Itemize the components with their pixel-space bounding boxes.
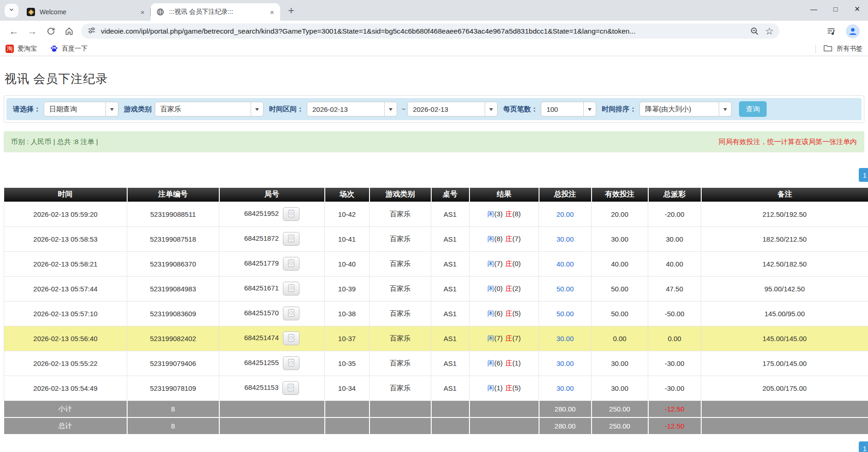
url-text: videoie.com/ipl/portal.php/game/betrecor… [101, 27, 747, 35]
dropdown-arrow-icon[interactable] [251, 102, 263, 116]
page-size-dropdown[interactable]: 100 [541, 102, 596, 116]
all-bookmarks-label[interactable]: 所有书签 [837, 45, 862, 53]
table-no-cell: AS1 [431, 301, 469, 326]
page-number-button[interactable]: 1 [859, 168, 868, 182]
remark-cell: 182.50/212.50 [701, 226, 868, 251]
player-result: 闲 [487, 359, 494, 367]
video-replay-button[interactable] [283, 257, 299, 271]
video-replay-button[interactable] [283, 331, 299, 345]
tab-close-icon[interactable]: × [138, 8, 147, 17]
page-number-button[interactable]: 1 [859, 441, 868, 452]
col-header-table-no: 桌号 [431, 188, 469, 202]
tab-betrecord[interactable]: :::视讯 会员下注纪录::: × [151, 3, 280, 21]
forward-button[interactable]: → [24, 23, 41, 40]
total-bet-link[interactable]: 50.00 [557, 285, 574, 293]
result-score: (0) [512, 260, 521, 267]
tab-title: :::视讯 会员下注纪录::: [169, 8, 265, 16]
session-cell: 10-34 [325, 376, 369, 400]
tab-close-icon[interactable]: × [268, 8, 276, 17]
profile-avatar[interactable] [846, 24, 860, 38]
round-number: 684251570 [244, 309, 279, 317]
page-title: 视讯 会员下注纪录 [5, 71, 864, 87]
col-header-game-type: 游戏类别 [369, 188, 431, 202]
total-bet-cell: 50.00 [539, 276, 592, 301]
search-button[interactable]: 查询 [739, 101, 767, 117]
bookmark-baidu[interactable]: 百度一下 [50, 45, 88, 53]
result-score: (7) [512, 235, 521, 243]
video-replay-button[interactable] [283, 282, 299, 296]
subtotal-row: 小计8280.00250.00-12.50 [4, 400, 868, 417]
round-cell: 684251255 [219, 351, 325, 376]
col-header-payout: 总派彩 [648, 188, 701, 202]
player-result: 闲 [487, 334, 494, 342]
session-cell: 10-38 [325, 301, 369, 326]
url-bar[interactable]: videoie.com/ipl/portal.php/game/betrecor… [81, 23, 780, 39]
total-bet-link[interactable]: 30.00 [557, 384, 574, 392]
total-bet-link[interactable]: 30.00 [557, 235, 574, 243]
footer-payout-cell: -12.50 [648, 417, 701, 435]
dropdown-arrow-icon[interactable] [583, 102, 596, 116]
dropdown-arrow-icon[interactable] [719, 102, 731, 116]
dropdown-arrow-icon[interactable] [384, 102, 397, 116]
video-replay-button[interactable] [283, 207, 299, 221]
bookmark-star-icon[interactable]: ☆ [762, 24, 777, 38]
site-controls-icon[interactable] [88, 26, 96, 36]
tab-welcome[interactable]: Welcome × [21, 3, 151, 21]
reload-button[interactable] [42, 23, 59, 40]
film-icon [287, 359, 296, 368]
col-header-round: 局号 [219, 188, 325, 202]
media-controls-icon[interactable] [823, 23, 839, 40]
home-button[interactable] [61, 23, 77, 40]
time-cell: 2026-02-13 05:57:44 [4, 276, 127, 301]
bet-record-table: 时间 注单编号 局号 场次 游戏类别 桌号 结果 总投注 有效投注 总派彩 备注… [4, 188, 868, 435]
tab-search-button[interactable] [5, 4, 18, 17]
total-bet-link[interactable]: 30.00 [557, 335, 574, 342]
new-tab-button[interactable]: + [284, 3, 299, 18]
minimize-button[interactable]: — [803, 0, 825, 17]
sort-order-dropdown[interactable]: 降幂(由大到小) [639, 102, 732, 116]
round-number: 684251779 [244, 259, 279, 267]
remark-cell: 145.00/95.00 [701, 301, 868, 326]
total-bet-link[interactable]: 50.00 [557, 310, 574, 318]
result-cell: 闲(6)庄(5) [469, 301, 539, 326]
time-cell: 2026-02-13 05:57:10 [4, 301, 127, 326]
time-cell: 2026-02-13 05:58:53 [4, 226, 127, 251]
zoom-out-icon[interactable] [747, 24, 762, 38]
video-replay-button[interactable] [282, 381, 299, 395]
payout-cell: -30.00 [648, 376, 701, 400]
total-bet-link[interactable]: 20.00 [557, 210, 574, 218]
game-type-dropdown[interactable]: 百家乐 [155, 102, 264, 116]
payout-cell: 40.00 [648, 251, 701, 276]
bet-id-cell: 523199084983 [127, 276, 219, 301]
video-replay-button[interactable] [283, 356, 299, 370]
total-bet-link[interactable]: 30.00 [557, 359, 574, 367]
browser-chrome: Welcome × :::视讯 会员下注纪录::: × + — □ × ← → [0, 0, 868, 56]
result-score: (7) [494, 334, 503, 342]
col-header-result: 结果 [469, 188, 539, 202]
total-bet-link[interactable]: 40.00 [557, 260, 574, 268]
film-icon [287, 259, 296, 269]
result-score: (8) [512, 210, 521, 218]
footer-empty-cell [219, 400, 325, 417]
result-score: (6) [494, 309, 503, 317]
game-type-cell: 百家乐 [369, 202, 431, 226]
date-from-picker[interactable]: 2026-02-13 [307, 102, 397, 116]
maximize-button[interactable]: □ [825, 0, 846, 17]
time-range-label: 时间区间： [269, 105, 304, 114]
bookmark-aitaobao[interactable]: 淘 爱淘宝 [6, 45, 37, 53]
bet-id-cell: 523199088511 [127, 202, 219, 226]
round-cell: 684251872 [219, 226, 325, 251]
query-type-dropdown[interactable]: 日期查询 [44, 102, 118, 116]
valid-bet-cell: 0.00 [592, 326, 648, 351]
table-header-row: 时间 注单编号 局号 场次 游戏类别 桌号 结果 总投注 有效投注 总派彩 备注 [4, 188, 868, 202]
video-replay-button[interactable] [283, 307, 299, 320]
date-to-picker[interactable]: 2026-02-13 [407, 102, 498, 116]
back-button[interactable]: ← [6, 23, 22, 40]
result-cell: 闲(0)庄(2) [469, 276, 539, 301]
table-row: 2026-02-13 05:55:22523199079406684251255… [4, 351, 868, 376]
video-replay-button[interactable] [283, 232, 299, 246]
close-button[interactable]: × [846, 0, 868, 17]
dropdown-arrow-icon[interactable] [106, 102, 118, 116]
round-number: 684251872 [244, 234, 279, 242]
dropdown-arrow-icon[interactable] [485, 102, 497, 116]
